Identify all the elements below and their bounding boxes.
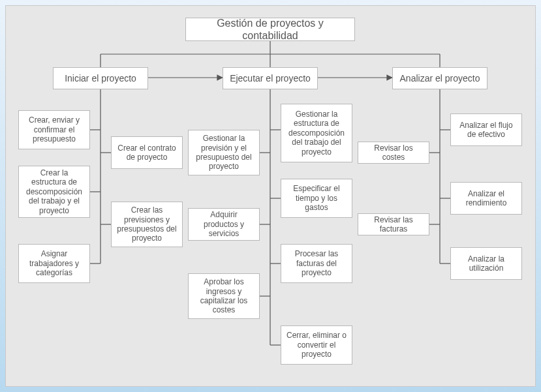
task-execute-right-1: Especificar el tiempo y los gastos [281, 179, 352, 218]
task-execute-right-2: Procesar las facturas del proyecto [281, 244, 352, 283]
task-analyze-left-0: Revisar los costes [358, 142, 429, 164]
phase-execute: Ejecutar el proyecto [223, 67, 318, 89]
phase-analyze: Analizar el proyecto [392, 67, 487, 89]
task-initiate-right-1: Crear las previsiones y presupuestos del… [111, 202, 183, 247]
diagram-frame: Gestión de proyectos y contabilidad Inic… [0, 0, 541, 392]
task-execute-right-0: Gestionar la estructura de descomposició… [281, 104, 352, 162]
task-initiate-left-2: Asignar trabajadores y categorías [18, 244, 90, 283]
task-execute-left-1: Adquirir productos y servicios [188, 208, 260, 241]
task-initiate-right-0: Crear el contrato de proyecto [111, 136, 183, 169]
task-analyze-right-2: Analizar la utilización [450, 247, 522, 280]
task-initiate-left-0: Crear, enviar y confirmar el presupuesto [18, 110, 90, 149]
task-execute-left-2: Aprobar los ingresos y capitalizar los c… [188, 273, 260, 319]
diagram-canvas: Gestión de proyectos y contabilidad Inic… [5, 5, 536, 387]
task-analyze-right-1: Analizar el rendimiento [450, 182, 522, 215]
task-initiate-left-1: Crear la estructura de descomposición de… [18, 166, 90, 218]
phase-initiate: Iniciar el proyecto [53, 67, 148, 89]
task-analyze-right-0: Analizar el flujo de efectivo [450, 113, 522, 146]
task-execute-left-0: Gestionar la previsión y el presupuesto … [188, 130, 260, 175]
task-analyze-left-1: Revisar las facturas [358, 213, 429, 235]
root-node: Gestión de proyectos y contabilidad [185, 18, 355, 41]
task-execute-right-3: Cerrar, eliminar o convertir el proyecto [281, 325, 352, 365]
